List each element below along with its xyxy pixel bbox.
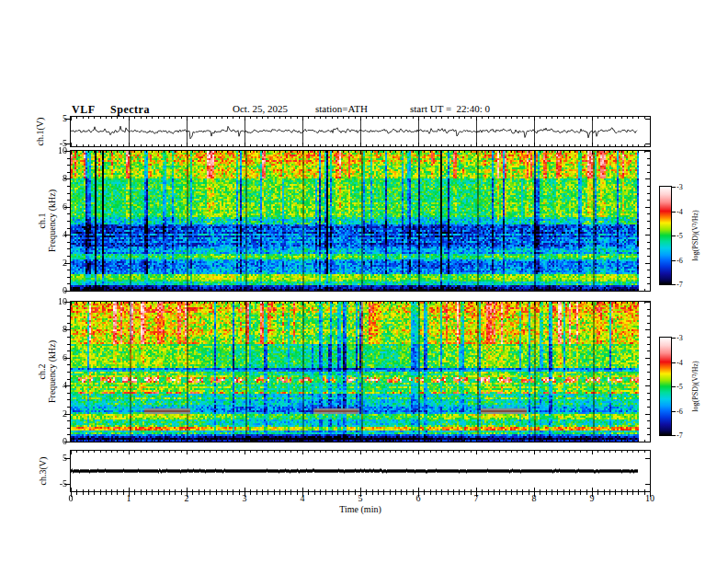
time-axis-label: Time (min) <box>314 504 406 514</box>
ch1-spectrogram-panel <box>71 151 650 291</box>
time-tick-label: 2 <box>176 493 198 503</box>
ch3-waveform-panel <box>71 451 650 491</box>
ch2-spectrogram-panel <box>71 302 650 442</box>
frequency-tick-label: 4 <box>51 380 67 390</box>
ch1-waveform-plot <box>71 117 650 146</box>
colorbar-tick-label: -7 <box>677 431 683 440</box>
colorbar-tick-label: -4 <box>677 359 683 367</box>
frequency-tick-label: 2 <box>51 408 67 419</box>
ch1-channel-label: ch.1 <box>37 166 47 276</box>
start-ut-label: start UT = 22:40: 0 <box>410 103 490 114</box>
figure-date: Oct. 25, 2025 <box>233 103 288 114</box>
time-tick-label: 3 <box>233 493 256 503</box>
time-tick-label: 0 <box>60 493 82 503</box>
time-tick-label: 7 <box>465 493 487 503</box>
ch1-voltage-tick-label: 5 <box>51 113 67 123</box>
frequency-tick-label: 0 <box>51 436 67 446</box>
ch2-spectrogram <box>71 302 650 442</box>
frequency-tick-label: 8 <box>51 324 67 334</box>
time-tick-label: 5 <box>349 493 371 503</box>
time-tick-label: 10 <box>639 493 661 503</box>
frequency-tick-label: 2 <box>51 258 67 268</box>
ch1-waveform-panel <box>71 117 650 146</box>
colorbar-tick-label: -6 <box>677 408 683 416</box>
figure-title: VLF Spectra <box>72 103 150 117</box>
ch3-voltage-tick-label: 5 <box>51 453 67 463</box>
colorbar-ch2-label: log(PSD)(V²/Hz) <box>691 331 700 442</box>
ch2-channel-label: ch.2 <box>37 316 47 427</box>
ch1-spectrogram <box>71 151 650 291</box>
colorbar-tick-label: -3 <box>677 334 683 342</box>
frequency-tick-label: 0 <box>51 285 67 295</box>
colorbar-tick-label: -5 <box>677 383 683 391</box>
ch1-voltage-axis-label: ch.1(V) <box>35 99 46 164</box>
vlf-spectra-figure: VLF Spectra Oct. 25, 2025 station=ATH st… <box>0 0 728 563</box>
frequency-tick-label: 10 <box>51 145 67 155</box>
colorbar-ch1-label: log(PSD)(V²/Hz) <box>691 180 700 291</box>
frequency-tick-label: 6 <box>51 352 67 362</box>
station-label: station=ATH <box>315 103 368 114</box>
frequency-tick-label: 10 <box>51 296 67 306</box>
colorbar-ch2 <box>659 337 672 436</box>
frequency-tick-label: 4 <box>51 229 67 239</box>
time-tick-label: 6 <box>407 493 429 503</box>
frequency-tick-label: 8 <box>51 173 67 183</box>
frequency-tick-label: 6 <box>51 201 67 212</box>
colorbar-tick-label: -5 <box>677 232 683 240</box>
ch3-voltage-tick-label: -5 <box>51 478 67 488</box>
ch3-waveform-plot <box>71 451 650 491</box>
ch3-voltage-axis-label: ch.3(V) <box>38 439 49 503</box>
colorbar-tick-label: -3 <box>677 183 683 191</box>
colorbar-ch1 <box>659 186 672 285</box>
time-tick-label: 4 <box>291 493 313 503</box>
colorbar-tick-label: -7 <box>677 281 683 289</box>
time-tick-label: 1 <box>118 493 140 503</box>
time-tick-label: 8 <box>523 493 545 503</box>
colorbar-tick-label: -6 <box>677 257 683 265</box>
colorbar-tick-label: -4 <box>677 208 683 216</box>
time-tick-label: 9 <box>581 493 603 503</box>
